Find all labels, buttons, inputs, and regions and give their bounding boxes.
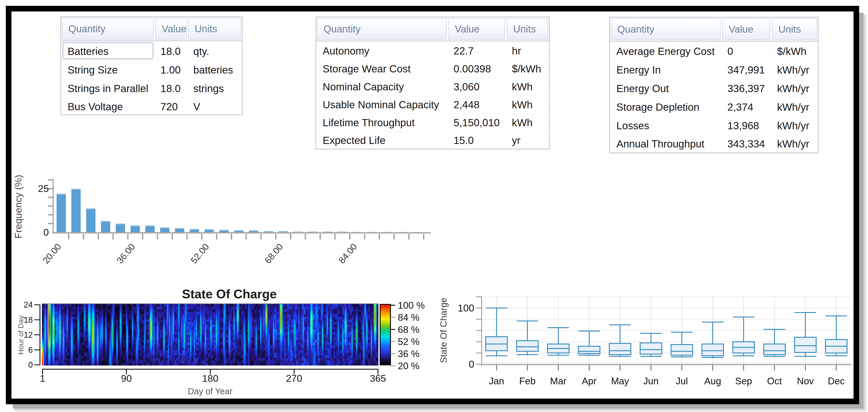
svg-text:68.00: 68.00 — [262, 242, 285, 266]
svg-text:May: May — [611, 376, 629, 386]
svg-text:Sep: Sep — [735, 376, 752, 386]
svg-text:Hour of Day: Hour of Day — [17, 315, 25, 354]
svg-text:12: 12 — [24, 330, 33, 340]
svg-text:Aug: Aug — [704, 376, 721, 386]
svg-text:20.00: 20.00 — [40, 242, 63, 266]
svg-text:1: 1 — [40, 373, 45, 384]
svg-text:36.00: 36.00 — [115, 242, 137, 266]
svg-text:Frequency (%): Frequency (%) — [13, 175, 24, 238]
svg-text:25: 25 — [38, 183, 49, 194]
svg-text:84 %: 84 % — [398, 312, 420, 323]
svg-text:0: 0 — [43, 227, 49, 238]
svg-text:Mar: Mar — [550, 376, 566, 386]
svg-text:Nov: Nov — [797, 376, 814, 386]
svg-text:0: 0 — [469, 359, 474, 370]
svg-text:0: 0 — [28, 360, 33, 370]
svg-text:36 %: 36 % — [398, 349, 420, 359]
svg-text:Dec: Dec — [828, 376, 845, 386]
svg-text:100 %: 100 % — [398, 300, 425, 311]
svg-text:Day of Year: Day of Year — [188, 386, 232, 396]
svg-text:365: 365 — [370, 373, 386, 384]
svg-text:90: 90 — [121, 373, 132, 384]
svg-text:Oct: Oct — [767, 376, 782, 386]
svg-text:Feb: Feb — [519, 376, 536, 386]
svg-text:6: 6 — [28, 346, 33, 354]
svg-text:State Of Charge: State Of Charge — [438, 297, 448, 363]
svg-text:20 %: 20 % — [398, 360, 420, 371]
svg-text:52 %: 52 % — [398, 336, 420, 347]
svg-text:Jun: Jun — [643, 376, 659, 386]
svg-text:Jul: Jul — [676, 376, 688, 386]
svg-text:68 %: 68 % — [398, 324, 420, 335]
svg-text:Jan: Jan — [489, 376, 504, 386]
svg-text:18: 18 — [24, 315, 33, 324]
svg-text:100: 100 — [458, 302, 474, 314]
svg-text:270: 270 — [286, 373, 302, 384]
svg-text:84.00: 84.00 — [337, 242, 359, 266]
svg-text:52.00: 52.00 — [189, 242, 211, 266]
svg-text:Apr: Apr — [582, 376, 596, 386]
svg-text:180: 180 — [202, 373, 218, 384]
svg-text:24: 24 — [24, 300, 33, 309]
